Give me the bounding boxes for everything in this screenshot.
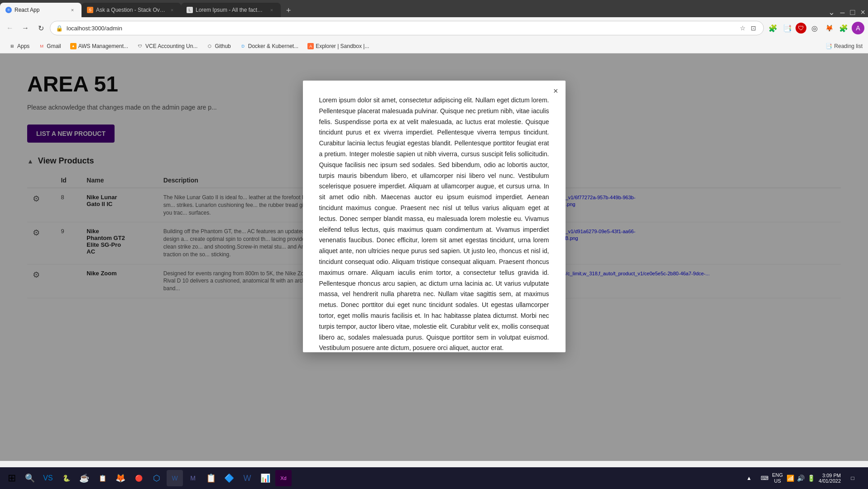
taskbar-python[interactable]: 🐍 — [58, 470, 74, 486]
tab-overflow-button[interactable]: ⌄ — [825, 7, 838, 17]
modal-body-text: Lorem ipsum dolor sit amet, consectetur … — [319, 95, 549, 352]
page-content: AREA 51 Please acknowledge that changes … — [0, 53, 868, 461]
reading-list-label: Reading list — [834, 43, 863, 49]
bookmark-explorer-label: Explorer | Sandbox |... — [316, 43, 369, 49]
taskbar-hexagon[interactable]: ⬡ — [149, 470, 165, 486]
close-window-button[interactable]: × — [858, 8, 868, 17]
extensions-icon[interactable]: 🧩 — [767, 22, 779, 34]
taskbar-teams[interactable]: M — [185, 470, 201, 486]
tab-close-3[interactable]: × — [268, 6, 275, 14]
taskbar-intellij[interactable]: 📋 — [94, 470, 110, 486]
modal-close-button[interactable]: × — [553, 87, 558, 95]
tab-bar: ⚛ React App × S Ask a Question - Stack O… — [0, 0, 868, 17]
keyboard-icon: ⌨ — [761, 475, 768, 481]
tab-close-1[interactable]: × — [69, 6, 76, 14]
bookmark-github[interactable]: ⬡ Github — [203, 42, 234, 51]
github-favicon: ⬡ — [206, 43, 213, 49]
new-tab-button[interactable]: + — [283, 4, 295, 17]
lock-icon: 🔒 — [56, 25, 63, 32]
taskbar-search[interactable]: 🔍 — [22, 470, 38, 486]
chrome-icon[interactable]: ◎ — [808, 22, 821, 34]
taskbar-firefox[interactable]: 🦊 — [112, 470, 129, 486]
maximize-button[interactable]: □ — [848, 8, 858, 17]
tab-title-2: Ask a Question - Stack Overflow — [96, 7, 166, 13]
bookmarks-bar: ⊞ Apps M Gmail ▲ AWS Management... 🛡 VCE… — [0, 39, 868, 53]
windows-icon: ⊞ — [8, 472, 16, 484]
start-button[interactable]: ⊞ — [4, 470, 20, 486]
browser-right-icons: 🧩 📑 🛡 ◎ 🦊 🧩 A — [767, 22, 864, 34]
modal-dialog: × Lorem ipsum dolor sit amet, consectetu… — [303, 81, 566, 352]
bookmark-apps-label: Apps — [17, 43, 29, 49]
taskbar-vscode[interactable]: VS — [40, 470, 56, 486]
bookmark-aws-label: AWS Management... — [78, 43, 128, 49]
address-bar-icons: ☆ ⊡ — [738, 24, 758, 33]
docker-favicon: D — [240, 43, 246, 49]
tab-lorem-ipsum[interactable]: L Lorem Ipsum - All the facts - Lip... × — [181, 3, 281, 17]
forward-button[interactable]: → — [19, 22, 32, 34]
taskbar: ⊞ 🔍 VS 🐍 ☕ 📋 🦊 🔴 ⬡ W M 📋 🔷 W 📊 Xd ▲ ⌨ EN… — [0, 467, 868, 489]
volume-icon: 🔊 — [797, 475, 805, 482]
gmail-favicon: M — [38, 43, 45, 49]
reload-button[interactable]: ↻ — [34, 22, 47, 34]
bookmark-vce-label: VCE Accounting Un... — [145, 43, 197, 49]
taskbar-word[interactable]: W — [167, 470, 183, 486]
address-bar-row: ← → ↻ 🔒 localhost:3000/admin ☆ ⊡ 🧩 📑 🛡 ◎… — [0, 17, 868, 39]
taskbar-xd[interactable]: Xd — [275, 470, 292, 486]
vce-favicon: 🛡 — [137, 43, 144, 49]
time-text: 3:09 PM — [822, 473, 841, 478]
taskbar-excel[interactable]: 📊 — [257, 470, 273, 486]
address-bar[interactable]: 🔒 localhost:3000/admin ☆ ⊡ — [50, 21, 764, 35]
taskbar-right: ▲ ⌨ ENG US 📶 🔊 🔋 3:09 PM 4/01/2022 □ — [741, 470, 864, 486]
bookmark-docker-label: Docker & Kubernet... — [248, 43, 298, 49]
wifi-icon: 📶 — [786, 475, 794, 482]
ublock-icon[interactable]: 🛡 — [796, 23, 806, 34]
taskbar-clipboard[interactable]: 📋 — [203, 470, 219, 486]
language-indicator: ENG US — [772, 472, 783, 484]
bookmark-apps[interactable]: ⊞ Apps — [5, 42, 33, 51]
star-icon[interactable]: ☆ — [738, 24, 747, 33]
minimize-button[interactable]: – — [838, 8, 848, 17]
cast-icon[interactable]: ⊡ — [749, 24, 758, 33]
browser-chrome: ⚛ React App × S Ask a Question - Stack O… — [0, 0, 868, 53]
network-icons: 📶 🔊 🔋 — [786, 475, 815, 482]
tab-react-app[interactable]: ⚛ React App × — [0, 3, 82, 17]
bookmark-gmail[interactable]: M Gmail — [35, 42, 64, 51]
reading-list-button[interactable]: 📑 Reading list — [825, 43, 863, 49]
apps-favicon: ⊞ — [9, 43, 15, 49]
tab-title-3: Lorem Ipsum - All the facts - Lip... — [196, 7, 265, 13]
address-text[interactable]: localhost:3000/admin — [67, 25, 734, 32]
taskbar-word2[interactable]: W — [239, 470, 255, 486]
tab-stackoverflow[interactable]: S Ask a Question - Stack Overflow × — [82, 3, 181, 17]
taskbar-blue[interactable]: 🔷 — [221, 470, 237, 486]
puzzle-icon[interactable]: 🧩 — [837, 22, 850, 34]
taskbar-clock[interactable]: 3:09 PM 4/01/2022 — [819, 473, 841, 484]
back-button[interactable]: ← — [4, 22, 16, 34]
taskbar-java[interactable]: ☕ — [76, 470, 92, 486]
bookmark-aws[interactable]: ▲ AWS Management... — [67, 42, 132, 51]
bookmark-explorer[interactable]: A Explorer | Sandbox |... — [304, 42, 373, 51]
metamask-icon[interactable]: 🦊 — [823, 22, 835, 34]
reading-list-icon: 📑 — [825, 43, 832, 49]
taskbar-circle1[interactable]: 🔴 — [130, 470, 147, 486]
profile-bookmark-icon[interactable]: 📑 — [781, 22, 794, 34]
tab-title-1: React App — [14, 7, 66, 13]
date-text: 4/01/2022 — [819, 478, 841, 484]
bookmark-docker[interactable]: D Docker & Kubernet... — [236, 42, 302, 51]
modal-overlay[interactable]: × Lorem ipsum dolor sit amet, consectetu… — [0, 53, 868, 461]
explorer-favicon: A — [307, 43, 314, 49]
bookmark-gmail-label: Gmail — [47, 43, 61, 49]
region-text: US — [774, 478, 781, 484]
tab-favicon-2: S — [87, 7, 93, 13]
tab-favicon-3: L — [187, 7, 193, 13]
notification-button[interactable]: □ — [844, 470, 861, 486]
taskbar-sys-icons: ⌨ — [761, 475, 768, 481]
bookmark-github-label: Github — [215, 43, 230, 49]
tab-close-2[interactable]: × — [168, 6, 176, 14]
battery-icon: 🔋 — [807, 475, 815, 482]
tab-favicon-1: ⚛ — [5, 7, 12, 13]
lang-text: ENG — [772, 472, 783, 478]
user-profile-icon[interactable]: A — [852, 22, 864, 34]
bookmark-vce[interactable]: 🛡 VCE Accounting Un... — [134, 42, 201, 51]
taskbar-chevron-up[interactable]: ▲ — [741, 470, 757, 486]
tab-bar-right: ⌄ – □ × — [825, 7, 868, 17]
